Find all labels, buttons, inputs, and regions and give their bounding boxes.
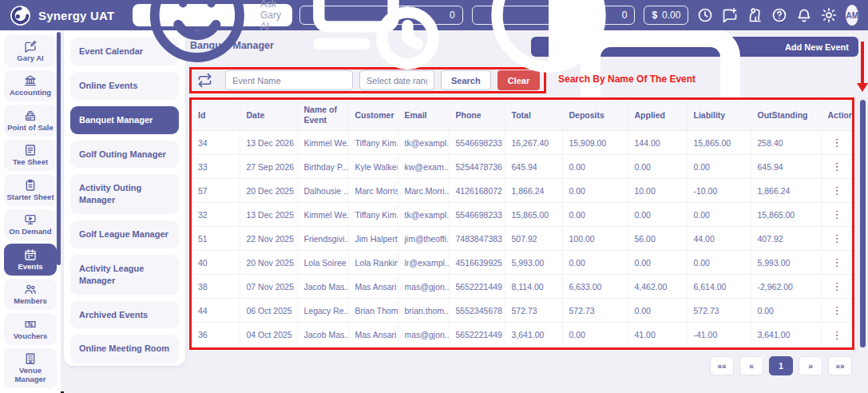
table-cell: 13 Dec 2025: [240, 203, 297, 227]
sidebar-item-gary-ai[interactable]: Gary AI: [4, 35, 57, 67]
table-cell: jim@theoffi...: [398, 227, 449, 251]
page-last-button[interactable]: »»: [828, 356, 852, 375]
table-cell: 645.94: [751, 155, 821, 179]
submenu-item-golf-outing-manager[interactable]: Golf Outing Manager: [70, 141, 179, 169]
table-cell: Jacob Mas...: [297, 275, 348, 299]
table-cell: 5,993.00: [505, 251, 562, 275]
table-cell: 15,909.00: [562, 131, 628, 155]
page-first-button[interactable]: ««: [710, 356, 734, 375]
table-cell: 44.00: [687, 227, 751, 251]
table-cell: 4126168072: [449, 179, 505, 203]
icon-sidebar: Gary AI Accounting Point of Sale Tee She…: [0, 30, 61, 393]
sidebar-item-label: Members: [14, 297, 47, 306]
row-actions-button[interactable]: ⋮: [828, 328, 846, 342]
caddy-icon[interactable]: [747, 7, 763, 23]
table-cell: 572.73: [687, 299, 751, 323]
message-plus-icon[interactable]: [722, 7, 738, 23]
table-scrollbar[interactable]: [860, 100, 866, 347]
sidebar-item-tee-sheet[interactable]: Tee Sheet: [4, 140, 57, 172]
table-cell: 8,114.00: [505, 275, 562, 299]
table-cell: Friendsgivi...: [297, 227, 348, 251]
pending-count-value: 0: [622, 10, 628, 21]
sidebar-item-point-of-sale[interactable]: Point of Sale: [4, 105, 57, 137]
sidebar-item-label: Accounting: [10, 89, 51, 97]
page-next-button[interactable]: »: [799, 356, 822, 375]
submenu-item-archived-events[interactable]: Archived Events: [70, 301, 179, 329]
table-cell: 5552345678: [449, 299, 505, 323]
sidebar-item-starter-sheet[interactable]: Starter Sheet: [4, 174, 57, 206]
table-cell: 13 Dec 2026: [240, 131, 297, 155]
row-actions-button[interactable]: ⋮: [828, 184, 846, 197]
row-actions-button[interactable]: ⋮: [828, 136, 846, 149]
table-row[interactable]: 4406 Oct 2025Legacy Re...Brian Thom...br…: [192, 299, 852, 323]
table-row[interactable]: 3327 Sep 2026Birthday P...Kyle Walkerkw@…: [192, 155, 852, 179]
table-row[interactable]: 5122 Nov 2025Friendsgivi...Jim Halpertji…: [192, 227, 852, 251]
table-row[interactable]: 3413 Dec 2026Kimmel We...Tiffany Kim...t…: [192, 131, 852, 155]
table-cell: Marc.Morri...: [398, 179, 449, 203]
gary-ai-icon: [141, 0, 254, 72]
sidebar-item-vouchers[interactable]: Vouchers: [4, 313, 57, 345]
refresh-icon[interactable]: [197, 73, 212, 88]
table-row[interactable]: 4020 Nov 2025Lola SoireeLola Rankinslr@e…: [192, 251, 852, 275]
bell-icon[interactable]: [796, 7, 812, 23]
table-cell: 4,462.00: [628, 275, 687, 299]
submenu-item-golf-league-manager[interactable]: Golf League Manager: [70, 220, 179, 248]
page-number-button[interactable]: 1: [769, 356, 793, 375]
orders-count-badge[interactable]: 0: [299, 6, 463, 25]
clock-icon[interactable]: [697, 7, 713, 23]
column-header-applied: Applied: [628, 100, 687, 131]
sidebar-item-venue-manager[interactable]: Venue Manager: [4, 348, 57, 388]
sidebar-item-label: Gary AI: [17, 54, 43, 63]
calendar-icon: [24, 248, 37, 261]
submenu-item-activity-outing-manager[interactable]: Activity Outing Manager: [70, 174, 179, 214]
table-cell-action: ⋮: [821, 203, 852, 227]
row-actions-button[interactable]: ⋮: [828, 160, 846, 173]
user-avatar[interactable]: AM: [846, 5, 858, 26]
table-cell: 0.00: [628, 299, 687, 323]
bank-icon: [24, 74, 37, 87]
table-cell: 27 Sep 2026: [240, 155, 297, 179]
table-cell: 144.00: [628, 131, 687, 155]
submenu-item-activity-league-manager[interactable]: Activity League Manager: [70, 255, 179, 295]
submenu-item-banquet-manager[interactable]: Banquet Manager: [70, 106, 179, 134]
cash-total-badge[interactable]: $ 0.00: [644, 6, 688, 25]
sidebar-scrollbar[interactable]: [57, 32, 61, 265]
table-cell: -41.00: [687, 323, 751, 347]
table-cell: Kyle Walker: [348, 155, 398, 179]
pending-count-badge[interactable]: 0: [472, 6, 636, 25]
table-cell: 51: [192, 227, 240, 251]
page-prev-button[interactable]: «: [739, 356, 763, 375]
table-cell: 0.00: [628, 203, 687, 227]
cart-clock-icon: [307, 0, 445, 84]
table-cell: Tiffany Kim...: [348, 131, 398, 155]
table-cell: Jim Halpert: [348, 227, 398, 251]
table-row[interactable]: 3604 Oct 2025Jacob Mas...Mas Ansarimas@g…: [192, 323, 852, 347]
row-actions-button[interactable]: ⋮: [828, 256, 846, 269]
table-cell: mas@gjon...: [398, 275, 449, 299]
table-cell: 40: [192, 251, 240, 275]
submenu-item-online-meeting-room[interactable]: Online Meeting Room: [70, 335, 179, 363]
table-cell: 0.00: [562, 323, 628, 347]
row-actions-button[interactable]: ⋮: [828, 280, 846, 293]
sidebar-item-on-demand[interactable]: On Demand: [4, 209, 57, 241]
sidebar-item-members[interactable]: Members: [4, 279, 57, 311]
row-actions-button[interactable]: ⋮: [828, 232, 846, 245]
table-row[interactable]: 5720 Dec 2025Dalhousie ...Marc MorrisMar…: [192, 179, 852, 203]
table-cell-action: ⋮: [821, 131, 852, 155]
table-cell: 572.73: [505, 299, 562, 323]
table-cell: -10.00: [687, 179, 751, 203]
column-header-name-of-event: Name of Event: [297, 100, 348, 131]
row-actions-button[interactable]: ⋮: [828, 304, 846, 317]
table-row[interactable]: 3213 Dec 2025Kimmel We...Tiffany Kim...t…: [192, 203, 852, 227]
gear-icon[interactable]: [821, 7, 837, 23]
submenu-item-online-events[interactable]: Online Events: [70, 72, 179, 100]
ask-gary-ai-input[interactable]: Ask Gary AI: [133, 4, 292, 26]
table-cell: Lola Soiree: [297, 251, 348, 275]
help-icon[interactable]: [771, 7, 787, 23]
table-cell: 507.92: [505, 227, 562, 251]
table-row[interactable]: 3807 Nov 2025Jacob Mas...Mas Ansarimas@g…: [192, 275, 852, 299]
sidebar-item-accounting[interactable]: Accounting: [4, 70, 57, 102]
sidebar-item-events[interactable]: Events: [4, 244, 57, 276]
sidebar-item-label: On Demand: [9, 228, 51, 236]
row-actions-button[interactable]: ⋮: [828, 208, 846, 221]
